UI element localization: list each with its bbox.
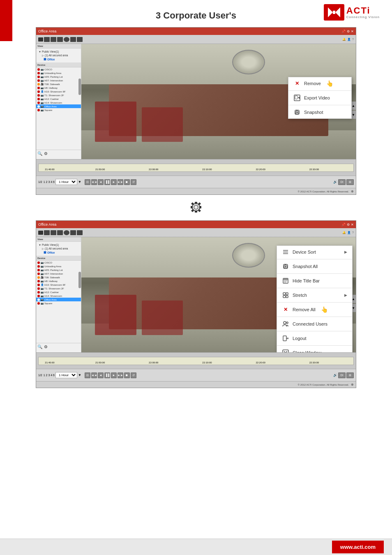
- stop-btn-2[interactable]: ⏺: [124, 372, 130, 378]
- sidebar-public-view-2[interactable]: ▼ Public View(1): [38, 243, 79, 247]
- cam-item-hallway[interactable]: 📷 H8: Hallway: [36, 86, 81, 90]
- di-btn-2[interactable]: DI: [338, 372, 346, 378]
- settings-icon[interactable]: ⚙: [347, 30, 350, 33]
- user-icon-2[interactable]: 👤: [347, 231, 351, 234]
- cam-item-square[interactable]: 📷 Square: [36, 108, 81, 112]
- fullscreen-icon[interactable]: [57, 37, 63, 42]
- speaker-icon-2[interactable]: 🔊: [333, 373, 337, 377]
- grid16-icon[interactable]: [51, 37, 56, 42]
- menu-item-device-sort[interactable]: Device Sort ▶: [277, 246, 352, 258]
- cam2-showroom9[interactable]: 👤 H10: Showroom 9F: [36, 283, 81, 287]
- sidebar-settings-icon[interactable]: ⚙: [44, 151, 48, 156]
- menu-item-stretch[interactable]: Stretch ▶: [277, 289, 352, 301]
- sidebar-all-secured-2[interactable]: ▷ (1) All secured area: [38, 247, 79, 250]
- cam-item-sidewalk[interactable]: 🎥 T08: Sidewalk: [36, 82, 81, 86]
- alert-icon[interactable]: 🔔: [342, 38, 346, 41]
- fullscreen-btn-1[interactable]: ⊞: [346, 179, 354, 185]
- back-btn-2[interactable]: ◄: [98, 372, 104, 378]
- menu-item-export[interactable]: Export Video: [288, 92, 351, 104]
- settings-icon-2[interactable]: ⚙: [347, 223, 350, 227]
- timeline-2[interactable]: 21:40:00 21:50:00 22:00:00 22:10:00 22:2…: [38, 357, 354, 365]
- cam-item-cashier[interactable]: 📷 H12: Cashier: [36, 97, 81, 101]
- play-btn-2[interactable]: ►: [111, 372, 117, 378]
- dropdown-icon-2[interactable]: ▼: [78, 373, 81, 377]
- cam2-intersection[interactable]: 📷 H07: Intersection: [36, 272, 81, 275]
- sidebar-search-icon[interactable]: 🔍: [37, 151, 42, 156]
- cam2-office-area[interactable]: 📷 Office Area: [36, 298, 81, 301]
- grid9-icon[interactable]: [44, 37, 50, 42]
- prev-btn-2[interactable]: ⊟: [85, 372, 90, 378]
- record-btn-2[interactable]: ↺: [131, 372, 136, 378]
- stop-btn-1[interactable]: ⏺: [124, 179, 130, 185]
- timeline-1[interactable]: 21:40:00 21:50:00 22:00:00 22:10:00 22:2…: [38, 164, 354, 172]
- di-btn-1[interactable]: DI: [338, 179, 346, 185]
- speaker-icon-1[interactable]: 🔊: [333, 180, 337, 184]
- menu-item-hide-title[interactable]: Hide Title Bar: [277, 275, 352, 287]
- menu-item-snapshot[interactable]: Snapshot: [288, 106, 351, 118]
- time-range-select-2[interactable]: 1 Hour: [55, 372, 77, 378]
- ptz-icon-2[interactable]: [64, 230, 69, 235]
- cam-item-parking[interactable]: 📷 H05: Parking Lot: [36, 75, 81, 79]
- fullscreen-btn-2[interactable]: ⊞: [346, 372, 354, 378]
- grid4-icon-2[interactable]: [38, 231, 43, 235]
- close-icon-2[interactable]: ✕: [351, 223, 354, 227]
- menu-item-logout[interactable]: Logout: [277, 332, 352, 345]
- cam-item-cisco[interactable]: 📷 CISCO: [36, 67, 81, 71]
- sidebar-office-2[interactable]: ▦ Office: [38, 250, 79, 254]
- step-fwd-btn-1[interactable]: ►►: [118, 179, 123, 185]
- sidebar-scrollbar-2[interactable]: [78, 272, 81, 288]
- cam-item-unloading[interactable]: 📷 Unloading Area: [36, 71, 81, 75]
- pin-icon[interactable]: 📌: [341, 30, 346, 33]
- cam-item-office-area[interactable]: 📷 Office Area: [36, 104, 81, 108]
- export-icon-2[interactable]: [70, 230, 76, 235]
- cam2-square[interactable]: 📷 Square: [36, 301, 81, 305]
- sidebar-settings-icon-2[interactable]: ⚙: [44, 345, 48, 349]
- cam-item-showroom2[interactable]: 📷 T1: Showroom 2F: [36, 93, 81, 97]
- sidebar-office[interactable]: ▦ Office: [38, 57, 79, 61]
- ptz-icon[interactable]: [64, 37, 69, 42]
- cam2-cisco[interactable]: 📷 CISCO: [36, 261, 81, 264]
- close-window-icon[interactable]: ✕: [351, 30, 354, 33]
- menu-item-snapshot-all[interactable]: Snapshot All: [277, 260, 352, 273]
- alert-icon-2[interactable]: 🔔: [342, 231, 346, 234]
- time-range-select-1[interactable]: 1 Hour: [55, 179, 77, 185]
- cam2-hallway[interactable]: 📷 H8: Hallway: [36, 279, 81, 283]
- cam2-showroom[interactable]: 📷 H14: Showroom: [36, 294, 81, 298]
- step-fwd-btn-2[interactable]: ►►: [118, 372, 123, 378]
- bookmark-icon-2[interactable]: [77, 230, 83, 235]
- cam-item-showroom[interactable]: 📷 H14: Showroom: [36, 101, 81, 104]
- sidebar-public-view[interactable]: ▼ Public View(1): [38, 50, 79, 53]
- play-btn-1[interactable]: ►: [111, 179, 117, 185]
- cam-item-intersection[interactable]: 📷 H07: Intersection: [36, 79, 81, 82]
- bookmark-icon[interactable]: [77, 37, 83, 42]
- menu-item-remove-all[interactable]: ✕ Remove All 👆: [277, 303, 352, 316]
- sidebar-search-icon-2[interactable]: 🔍: [37, 345, 42, 349]
- record-btn-1[interactable]: ↺: [131, 179, 136, 185]
- menu-item-connected-users[interactable]: Connected Users: [277, 318, 352, 330]
- step-back-btn-1[interactable]: ◄◄: [91, 179, 97, 185]
- sidebar-all-secured[interactable]: ▷ (1) All secured area: [38, 53, 79, 57]
- fullscreen-icon-2[interactable]: [57, 230, 63, 235]
- menu-item-remove[interactable]: ✕ Remove 👆: [288, 77, 351, 90]
- help-icon-2[interactable]: ?: [352, 231, 354, 234]
- help-icon[interactable]: ?: [352, 38, 354, 41]
- cam2-unloading[interactable]: 📷 Unloading Area: [36, 264, 81, 268]
- back-btn-1[interactable]: ◄: [98, 179, 104, 185]
- grid9-icon-2[interactable]: [44, 230, 50, 235]
- dropdown-icon-1[interactable]: ▼: [78, 180, 81, 184]
- pause-btn-1[interactable]: ▐▐: [104, 179, 110, 185]
- pin-icon-2[interactable]: 📌: [341, 223, 346, 227]
- pause-btn-2[interactable]: ▐▐: [104, 372, 110, 378]
- sidebar-scrollbar-1[interactable]: [78, 79, 81, 95]
- cam-item-showroom9[interactable]: 👤 H10: Showroom 9F: [36, 90, 81, 93]
- prev-btn-1[interactable]: ⊟: [85, 179, 90, 185]
- step-back-btn-2[interactable]: ◄◄: [91, 372, 97, 378]
- export-icon[interactable]: [70, 37, 76, 42]
- cam2-showroom2[interactable]: 📷 T1: Showroom 2F: [36, 287, 81, 290]
- grid4-icon[interactable]: [38, 37, 43, 42]
- menu-item-close-window[interactable]: Close Window: [277, 347, 352, 352]
- cam2-sidewalk[interactable]: 🎥 T08: Sidewalk: [36, 275, 81, 279]
- grid16-icon-2[interactable]: [51, 230, 56, 235]
- cam2-cashier[interactable]: 📷 H12: Cashier: [36, 290, 81, 294]
- cam2-parking[interactable]: 📷 H05: Parking Lot: [36, 268, 81, 272]
